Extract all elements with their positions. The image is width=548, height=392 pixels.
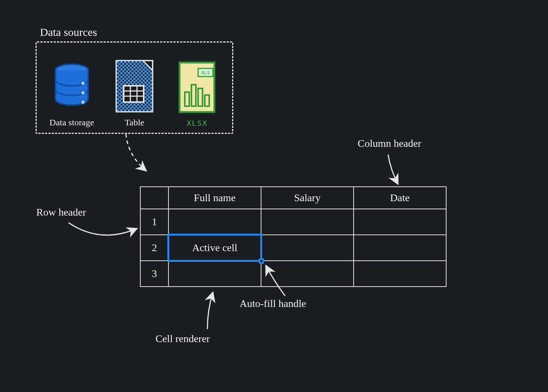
data-source-xlsx: XLS XLSX — [175, 60, 219, 128]
cell[interactable] — [354, 235, 446, 261]
storage-caption: Data storage — [50, 118, 94, 128]
database-icon — [50, 58, 94, 114]
table-row: 3 — [140, 261, 446, 287]
data-sources-title: Data sources — [40, 26, 97, 38]
row-header[interactable]: 2 — [140, 235, 168, 261]
annotation-autofill: Auto-fill handle — [240, 298, 306, 310]
arrow-row-header — [68, 223, 137, 235]
row-header[interactable]: 1 — [140, 209, 168, 235]
cell[interactable] — [168, 209, 261, 235]
xls-badge-text: XLS — [201, 70, 210, 75]
data-source-table: Table — [112, 58, 157, 128]
table-row: 1 — [140, 209, 446, 235]
annotation-column-header: Column header — [358, 138, 421, 149]
autofill-handle[interactable] — [259, 258, 264, 264]
annotation-row-header: Row header — [36, 206, 86, 218]
svg-point-2 — [81, 91, 85, 95]
corner-cell[interactable] — [140, 187, 168, 209]
arrow-column-header — [388, 155, 398, 184]
column-header[interactable]: Full name — [168, 187, 261, 209]
column-header[interactable]: Date — [354, 187, 446, 209]
spreadsheet-table: Full name Salary Date 1 2 Active cell 3 — [140, 186, 447, 287]
cell[interactable] — [354, 261, 446, 287]
table-doc-icon — [112, 58, 157, 114]
cell[interactable] — [261, 209, 354, 235]
arrow-sources-to-table — [126, 134, 146, 171]
row-header[interactable]: 3 — [140, 261, 168, 287]
svg-rect-6 — [124, 86, 144, 102]
table-row: 2 Active cell — [140, 235, 446, 261]
xlsx-caption: XLSX — [187, 119, 207, 128]
cell[interactable] — [168, 261, 261, 287]
xlsx-file-icon: XLS — [175, 60, 219, 115]
cell[interactable] — [261, 261, 354, 287]
svg-point-3 — [81, 100, 85, 104]
data-sources-box: Data storage — [36, 41, 233, 134]
arrow-cell-renderer — [207, 292, 213, 329]
cell[interactable] — [354, 209, 446, 235]
active-cell[interactable]: Active cell — [168, 235, 261, 261]
active-cell-text: Active cell — [192, 242, 237, 254]
annotation-cell-renderer: Cell renderer — [156, 333, 210, 345]
table-caption: Table — [125, 118, 144, 128]
data-source-storage: Data storage — [50, 58, 94, 128]
column-header[interactable]: Salary — [261, 187, 354, 209]
svg-point-1 — [81, 81, 85, 85]
cell[interactable] — [261, 235, 354, 261]
